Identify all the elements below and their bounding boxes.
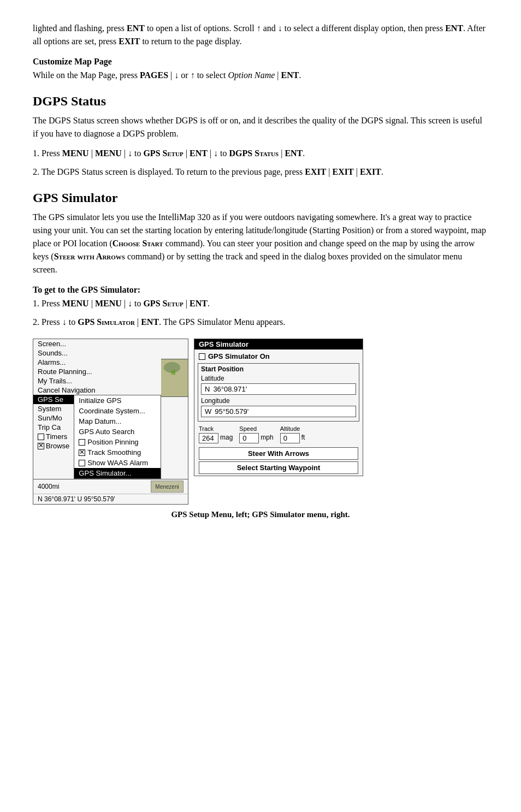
latitude-label: Latitude [201,375,356,382]
browse-checkbox [38,443,44,449]
track-speed-row: Track 264 mag Speed 0 mph Altitude 0 ft [194,423,363,446]
track-col: Track 264 mag [199,425,233,443]
speed-col: Speed 0 mph [239,425,273,443]
gps-sim-on-row: GPS Simulator On [194,349,363,361]
gps-submenu: Initialize GPS Coordinate System... Map … [74,395,161,479]
altitude-col: Altitude 0 ft [280,425,305,443]
menu-item-sunmo: Sun/Mo [33,413,74,423]
bottom-distance: 4000mi [38,483,59,490]
speed-label: Speed [239,425,257,432]
panel-bottom-bar: 4000mi Menezeni [33,479,188,494]
dgps-paragraph: The DGPS Status screen shows whether DGP… [33,114,488,140]
gps-setup-panel: Screen... Sounds... Alarms... Route Plan… [33,339,188,505]
figure-caption: GPS Setup Menu, left; GPS Simulator menu… [33,510,488,519]
to-get-step1: 1. Press MENU | MENU | ↓ to GPS Setup | … [33,297,488,310]
track-value: 264 [199,433,218,443]
menu-item-cancel-nav: Cancel Navigation [33,386,161,395]
menu-item-route: Route Planning... [33,367,161,376]
sub-waas: Show WAAS Alarm [74,458,161,468]
sub-auto-search: GPS Auto Search [74,426,161,437]
mag-label: mag [220,434,233,441]
dgps-heading: DGPS Status [33,93,488,110]
sub-coordinate: Coordinate System... [74,406,161,416]
steer-arrows-button[interactable]: Steer With Arrows [199,447,358,460]
track-label: Track [199,425,214,432]
to-get-step2: 2. Press ↓ to GPS Simulator | ENT. The G… [33,316,488,329]
ft-label: ft [301,434,305,441]
mph-label: mph [260,434,273,441]
waas-checkbox [79,460,85,466]
sub-map-datum: Map Datum... [74,416,161,426]
track-smooth-checkbox [79,449,85,456]
start-pos-label: Start Position [201,365,356,373]
gps-sim-panel: GPS Simulator GPS Simulator On Start Pos… [194,339,363,476]
select-waypoint-button[interactable]: Select Starting Waypoint [199,461,358,474]
longitude-label: Longitude [201,397,356,405]
to-get-heading: To get to the GPS Simulator: [33,285,488,295]
sub-initialize: Initialize GPS [74,395,161,406]
dgps-step1: 1. Press MENU | MENU | ↓ to GPS Setup | … [33,147,488,160]
figure-container: Screen... Sounds... Alarms... Route Plan… [33,339,488,505]
speed-value: 0 [239,433,259,443]
sub-gps-sim: GPS Simulator... [74,468,161,478]
menu-item-alarms: Alarms... [33,358,161,367]
longitude-field: W 95°50.579' [201,406,356,417]
menu-item-sounds: Sounds... [33,348,188,358]
altitude-value: 0 [280,433,300,443]
sub-track-smooth: Track Smoothing [74,447,161,458]
menu-item-gps-se: GPS Se [33,395,74,404]
gps-sim-title: GPS Simulator [194,339,363,349]
timers-checkbox [38,434,44,440]
menu-item-screen: Screen... [33,339,188,348]
altitude-label: Altitude [280,425,300,432]
menu-item-timers: Timers [33,432,74,441]
menu-item-trails: My Trails... [33,376,161,386]
latitude-field: N 36°08.971' [201,383,356,395]
menu-item-tripca: Trip Ca [33,423,74,432]
menu-item-browse: Browse [33,441,74,451]
dgps-step2: 2. The DGPS Status screen is displayed. … [33,165,488,179]
bottom-coords: N 36°08.971' U 95°50.579' [33,494,188,504]
gps-sim-paragraph: The GPS simulator lets you use the Intel… [33,211,488,276]
pos-pin-checkbox [79,439,85,446]
intro-paragraph: lighted and flashing, press ENT to open … [33,22,488,48]
lat-value: 36°08.971' [213,385,247,393]
gps-sim-heading: GPS Simulator [33,189,488,206]
lat-direction: N [205,385,210,393]
lon-value: 95°50.579' [215,407,248,416]
gps-sim-on-label: GPS Simulator On [208,352,270,360]
start-position-box: Start Position Latitude N 36°08.971' Lon… [198,363,359,422]
gps-sim-checkbox [199,353,205,360]
customize-heading: Customize Map Page [33,57,488,67]
menu-item-system: System [33,404,74,413]
customize-text: While on the Map Page, press PAGES | ↓ o… [33,69,488,82]
sub-position-pin: Position Pinning [74,437,161,447]
lon-direction: W [205,407,211,416]
